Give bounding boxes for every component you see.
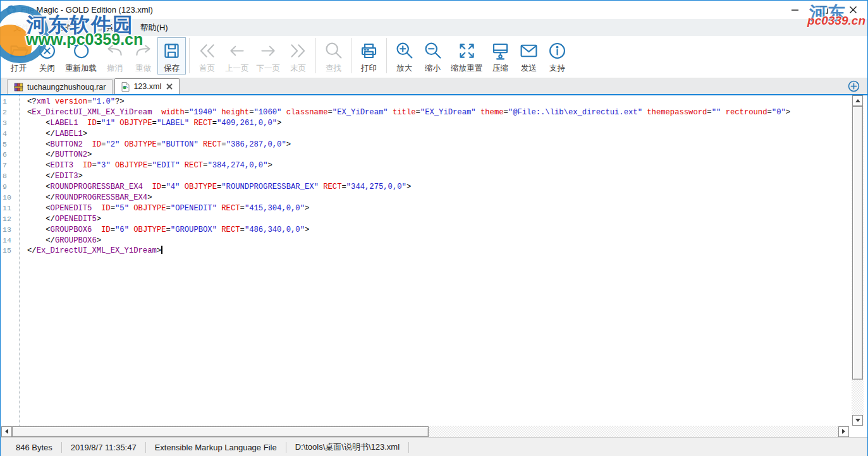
token-pl: <	[27, 183, 51, 191]
add-tab-button[interactable]	[847, 79, 861, 93]
tab-strip: tuchaungzhushouq.rar123.xml	[7, 78, 181, 94]
toolbar-button-label: 保存	[164, 63, 180, 74]
horizontal-scrollbar	[1, 426, 849, 437]
save-icon	[161, 39, 182, 63]
token-val: "1940"	[189, 108, 217, 117]
token-val: "386,287,0,0"	[226, 140, 286, 149]
scroll-up-button[interactable]	[852, 95, 863, 106]
token-attr: theme	[480, 108, 504, 117]
tab-rar[interactable]: tuchaungzhushouq.rar	[7, 79, 113, 94]
token-pl: =	[240, 204, 245, 213]
token-attr: RECT	[221, 225, 240, 234]
token-tag: BUTTON2	[55, 150, 87, 159]
token-attr: ID	[101, 204, 111, 213]
scroll-right-button[interactable]	[838, 426, 849, 437]
token-pl	[73, 161, 83, 170]
toolbar-button-send[interactable]: 发送	[515, 37, 543, 75]
token-val: "@File:.\lib\ex_directui.ext"	[508, 108, 642, 117]
scroll-left-button[interactable]	[1, 426, 12, 437]
token-pl: >	[97, 215, 101, 224]
toolbar-button-support[interactable]: 支持	[543, 37, 572, 75]
token-pl	[199, 140, 203, 149]
toolbar-button-redo[interactable]: 重做	[129, 37, 157, 75]
token-pl: =	[341, 183, 346, 191]
token-pl	[78, 119, 87, 128]
toolbar-button-close[interactable]: 关闭	[33, 37, 61, 75]
token-pl: >	[87, 150, 92, 159]
hscroll-thumb[interactable]	[12, 426, 429, 437]
token-pl: =	[152, 119, 157, 128]
tab-xml[interactable]: 123.xml	[114, 78, 180, 94]
status-field-1: 2019/8/7 11:35:47	[62, 443, 145, 452]
token-tag: Ex_DirectUI_XML_EX_YiDream	[32, 108, 152, 117]
toolbar-button-find[interactable]: 查找	[319, 37, 348, 75]
token-val: "EX_YiDream"	[420, 108, 476, 117]
code-line: <ROUNDPROGRESSBAR_EX4 ID="4" OBJTYPE="RO…	[27, 182, 851, 193]
menu-item-1[interactable]: 编辑(E)	[48, 19, 90, 36]
line-number-gutter: 123456789101112131415	[1, 95, 20, 426]
maximize-button[interactable]	[809, 1, 838, 19]
toolbar-button-print[interactable]: 打印	[355, 37, 383, 75]
token-attr: RECT	[323, 183, 341, 191]
line-number: 8	[1, 171, 19, 182]
menu-item-2[interactable]: 工具(T)	[90, 19, 133, 36]
code-area[interactable]: <?xml version="1.0"?><Ex_DirectUI_XML_EX…	[20, 95, 851, 426]
token-pl: </	[27, 172, 55, 181]
token-attr: title	[393, 108, 416, 117]
toolbar-button-first-page[interactable]: 首页	[193, 37, 221, 75]
undo-icon	[104, 39, 125, 63]
token-val: "344,275,0,0"	[346, 183, 406, 191]
token-pl: >	[157, 246, 161, 255]
toolbar-button-zoom-in[interactable]: 放大	[390, 37, 419, 75]
menu-item-0[interactable]: 文件(F)	[6, 19, 48, 36]
token-pl: =	[111, 225, 115, 234]
token-val: "486,340,0,0"	[245, 225, 305, 234]
line-number: 10	[1, 193, 19, 203]
token-val: "LABEL"	[157, 119, 189, 128]
vscroll-thumb[interactable]	[852, 106, 863, 380]
toolbar-button-zoom-out[interactable]: 缩小	[419, 37, 447, 75]
code-line: <GROUPBOX6 ID="6" OBJTYPE="GROUPBOX" REC…	[27, 225, 851, 236]
xml-file-icon	[121, 82, 130, 92]
line-number: 9	[1, 182, 19, 193]
token-val: "1060"	[254, 108, 281, 117]
toolbar-button-zoom-reset[interactable]: 缩放重置	[447, 37, 486, 75]
token-pl	[721, 108, 725, 117]
toolbar-button-save[interactable]: 保存	[157, 37, 186, 75]
close-button[interactable]	[838, 1, 867, 19]
token-val: "EX_YiDream"	[333, 108, 388, 117]
toolbar-button-next-page[interactable]: 下一页	[253, 37, 284, 75]
toolbar-button-open[interactable]: 打开	[4, 37, 33, 75]
toolbar-button-prev-page[interactable]: 上一页	[221, 37, 253, 75]
minimize-button[interactable]	[780, 1, 809, 19]
toolbar-button-compress[interactable]: 压缩	[486, 37, 515, 75]
token-attr: version	[55, 97, 87, 106]
toolbar-button-label: 支持	[549, 63, 565, 74]
token-attr: ID	[92, 140, 101, 149]
token-tag: OPENEDIT5	[51, 204, 92, 213]
tab-close-icon[interactable]	[166, 83, 173, 90]
line-number: 3	[1, 118, 19, 129]
first-page-icon	[197, 39, 217, 63]
scroll-down-button[interactable]	[852, 415, 863, 426]
token-pl: <?	[27, 97, 37, 106]
token-tag: EDIT3	[51, 161, 74, 170]
menu-item-3[interactable]: 帮助(H)	[133, 19, 176, 36]
redo-icon	[133, 39, 154, 63]
zoom-reset-icon	[456, 39, 477, 63]
support-icon	[547, 39, 568, 63]
toolbar-button-label: 末页	[290, 63, 306, 74]
token-attr: rectround	[726, 108, 767, 117]
line-number: 11	[1, 203, 19, 214]
code-line: <OPENEDIT5 ID="5" OBJTYPE="OPENEDIT" REC…	[27, 203, 851, 214]
status-field-0: 846 Bytes	[7, 443, 61, 452]
token-pl: =	[147, 161, 152, 170]
line-number: 14	[1, 236, 19, 246]
folder-open-icon	[8, 39, 29, 63]
toolbar-button-label: 重新加载	[65, 63, 97, 74]
token-pl: >	[786, 108, 790, 117]
toolbar-button-reload[interactable]: 重新加载	[61, 37, 101, 75]
toolbar-button-undo[interactable]: 撤消	[101, 37, 129, 75]
toolbar-button-last-page[interactable]: 末页	[284, 37, 312, 75]
status-separator	[408, 442, 409, 453]
